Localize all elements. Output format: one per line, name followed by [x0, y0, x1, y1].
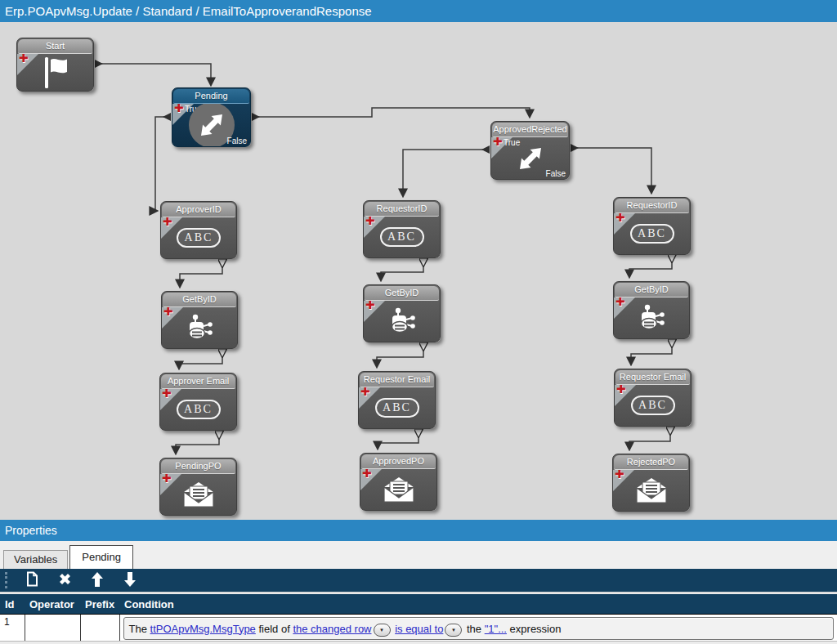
node-body: ✚ [364, 301, 440, 342]
node-title: RequestorID [365, 202, 439, 217]
node-title: GetByID [163, 293, 236, 307]
workflow-node-rejected-po[interactable]: RejectedPO✚ [612, 454, 690, 512]
add-icon: ✚ [615, 470, 624, 481]
condition-text: The [129, 623, 150, 635]
abc-field-icon: ABC [375, 398, 419, 418]
add-icon: ✚ [360, 387, 370, 398]
workflow-node-approver-email[interactable]: Approver Email✚ABC [159, 373, 237, 431]
workflow-node-get-by-id-1[interactable]: GetByID✚ [161, 291, 238, 349]
flag-icon [38, 55, 73, 91]
email-envelope-icon [633, 476, 670, 504]
grid-header-row: Id Operator Prefix Condition [0, 594, 837, 615]
workflow-node-pending[interactable]: Pending✚TrueFalse [172, 87, 251, 147]
abc-field-icon: ABC [380, 227, 424, 247]
new-row-button[interactable] [18, 570, 46, 590]
node-title: ApprovedRejected [492, 123, 568, 137]
condition-field-link[interactable]: ttPOApvMsg.MsgType [150, 623, 256, 635]
bpm-designer-window: Erp.POApvMsg.Update / Standard / EmailTo… [0, 0, 837, 644]
condition-editor[interactable]: The ttPOApvMsg.MsgType field of the chan… [123, 617, 835, 640]
tab-pending[interactable]: Pending [69, 545, 133, 569]
move-up-button[interactable] [83, 570, 111, 590]
delete-row-button[interactable] [51, 570, 78, 590]
false-branch-label: False [546, 169, 566, 178]
workflow-node-start[interactable]: Start✚ [16, 38, 94, 92]
workflow-node-requestor-email-2[interactable]: Requestor Email✚ABC [614, 369, 692, 427]
abc-field-icon: ABC [630, 224, 674, 244]
node-title: ApproverID [162, 203, 235, 217]
cell-id: 1 [0, 615, 25, 643]
node-body: ✚ABC [161, 217, 236, 258]
node-body: ✚ [360, 469, 436, 510]
add-icon: ✚ [493, 137, 503, 148]
add-icon: ✚ [365, 217, 375, 227]
move-down-button[interactable] [116, 570, 144, 590]
node-title: GetByID [365, 286, 439, 301]
workflow-node-requestor-email-1[interactable]: Requestor Email✚ABC [358, 371, 436, 429]
node-body: ✚ABC [359, 387, 435, 428]
toolbar-grip-handle[interactable] [5, 572, 10, 588]
workflow-node-requestor-id-2[interactable]: RequestorID✚ABC [613, 197, 691, 255]
abc-field-icon: ABC [177, 400, 221, 419]
condition-value-link[interactable]: "1"... [485, 623, 507, 635]
workflow-node-approved-rejected[interactable]: ApprovedRejected✚TrueFalse [490, 121, 570, 180]
node-title: PendingPO [161, 459, 235, 474]
add-icon: ✚ [163, 307, 173, 318]
false-branch-label: False [227, 136, 247, 145]
arrow-down-icon [124, 572, 136, 589]
workflow-node-get-by-id-2[interactable]: GetByID✚ [363, 284, 441, 342]
node-body: ✚ [17, 54, 93, 91]
add-icon: ✚ [362, 469, 372, 480]
node-body: ✚ABC [615, 385, 691, 426]
add-icon: ✚ [162, 389, 172, 400]
workflow-node-approver-id[interactable]: ApproverID✚ABC [160, 201, 237, 259]
properties-tab-strip: Variables Pending [0, 541, 837, 569]
node-title: Start [18, 39, 92, 54]
condition-operator-dropdown[interactable]: ▼ [445, 624, 462, 637]
condition-text: field of [256, 623, 293, 635]
node-body: ✚ [160, 474, 236, 515]
cell-prefix [80, 615, 119, 643]
add-icon: ✚ [162, 474, 172, 485]
node-title: ApprovedPO [361, 454, 436, 469]
node-title: Requestor Email [360, 373, 434, 387]
cell-operator [25, 615, 80, 643]
new-doc-icon [26, 571, 38, 589]
workflow-node-get-by-id-3[interactable]: GetByID✚ [613, 281, 690, 339]
workflow-node-approved-po[interactable]: ApprovedPO✚ [360, 453, 437, 511]
condition-rowsource-link[interactable]: the changed row [293, 623, 371, 635]
chevron-down-icon: ▼ [379, 628, 384, 633]
node-title: RejectedPO [614, 455, 688, 470]
tab-variables[interactable]: Variables [3, 550, 68, 569]
method-call-icon [386, 305, 418, 338]
condition-row-1[interactable]: 1 The ttPOApvMsg.MsgType field of the ch… [0, 615, 837, 643]
node-title: Requestor Email [615, 370, 690, 385]
workflow-canvas[interactable]: Start✚Pending✚TrueFalseApprovedRejected✚… [0, 22, 837, 520]
column-header-operator: Operator [25, 594, 80, 615]
condition-operator-link[interactable]: is equal to [395, 623, 443, 635]
conditions-grid: Id Operator Prefix Condition 1 The ttPOA… [0, 594, 837, 643]
add-icon: ✚ [365, 301, 375, 311]
condition-rowsource-dropdown[interactable]: ▼ [374, 624, 391, 637]
method-call-icon [635, 302, 668, 334]
column-header-condition: Condition [119, 594, 837, 615]
connector-lines [0, 22, 837, 520]
workflow-node-pending-po[interactable]: PendingPO✚ [159, 458, 237, 516]
add-icon: ✚ [615, 297, 625, 308]
node-body: ✚ [162, 307, 237, 348]
add-icon: ✚ [174, 104, 184, 114]
condition-text: the [463, 623, 484, 635]
workflow-node-requestor-id-1[interactable]: RequestorID✚ABC [363, 200, 441, 258]
node-body: ✚TrueFalse [491, 137, 569, 179]
column-header-prefix: Prefix [80, 594, 119, 615]
window-title-bar: Erp.POApvMsg.Update / Standard / EmailTo… [0, 0, 837, 22]
node-body: ✚ABC [364, 217, 440, 257]
node-title: Approver Email [161, 374, 235, 389]
properties-panel-header: Properties [0, 520, 837, 541]
add-icon: ✚ [163, 217, 172, 228]
node-body: ✚ABC [160, 389, 236, 430]
abc-field-icon: ABC [177, 228, 221, 248]
add-icon: ✚ [19, 54, 29, 65]
node-body: ✚TrueFalse [172, 104, 250, 146]
node-body: ✚ABC [614, 213, 690, 254]
node-title: RequestorID [615, 199, 689, 213]
